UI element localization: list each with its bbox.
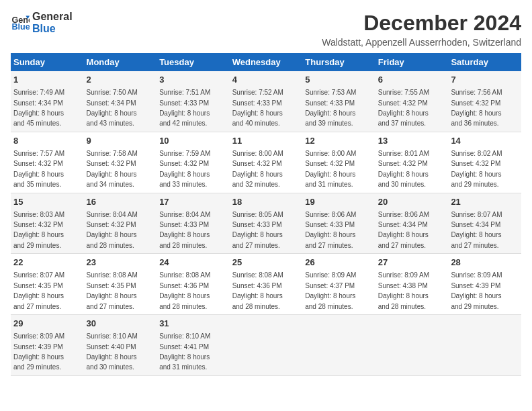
calendar-table: SundayMondayTuesdayWednesdayThursdayFrid…: [11, 53, 521, 376]
calendar-cell: 20Sunrise: 8:06 AMSunset: 4:34 PMDayligh…: [375, 193, 449, 254]
calendar-cell: 30Sunrise: 8:10 AMSunset: 4:40 PMDayligh…: [84, 315, 157, 376]
day-number: 6: [378, 74, 446, 86]
sunset-info: Sunset: 4:32 PM: [87, 160, 136, 167]
week-row-3: 15Sunrise: 8:03 AMSunset: 4:32 PMDayligh…: [11, 193, 521, 254]
calendar-cell: 2Sunrise: 7:50 AMSunset: 4:34 PMDaylight…: [84, 71, 157, 132]
day-number: 14: [451, 135, 519, 147]
calendar-cell: 27Sunrise: 8:09 AMSunset: 4:38 PMDayligh…: [375, 254, 449, 315]
calendar-cell: 15Sunrise: 8:03 AMSunset: 4:32 PMDayligh…: [11, 193, 84, 254]
header-thursday: Thursday: [302, 53, 375, 71]
sunrise-info: Sunrise: 8:07 AM: [451, 211, 502, 218]
calendar-cell: 11Sunrise: 8:00 AMSunset: 4:32 PMDayligh…: [230, 132, 303, 193]
header: General Blue General Blue December 2024 …: [11, 11, 521, 48]
sunrise-info: Sunrise: 8:08 AM: [232, 271, 283, 279]
header-monday: Monday: [84, 53, 157, 71]
sunset-info: Sunset: 4:33 PM: [305, 221, 355, 228]
calendar-cell: 12Sunrise: 8:00 AMSunset: 4:32 PMDayligh…: [302, 132, 375, 193]
sunrise-info: Sunrise: 8:00 AM: [232, 150, 283, 157]
daylight-info: Daylight: 8 hoursand 28 minutes.: [232, 292, 283, 310]
sunrise-info: Sunrise: 8:01 AM: [378, 150, 429, 157]
sunset-info: Sunset: 4:41 PM: [159, 343, 209, 351]
sunrise-info: Sunrise: 8:03 AM: [13, 211, 64, 218]
sunrise-info: Sunrise: 7:59 AM: [159, 150, 210, 157]
day-number: 18: [232, 196, 300, 208]
calendar-cell: 17Sunrise: 8:04 AMSunset: 4:33 PMDayligh…: [157, 193, 230, 254]
daylight-info: Daylight: 8 hoursand 42 minutes.: [159, 109, 210, 127]
day-number: 20: [378, 196, 446, 208]
logo: General Blue General Blue: [11, 11, 73, 34]
calendar-cell: 29Sunrise: 8:09 AMSunset: 4:39 PMDayligh…: [11, 315, 84, 376]
daylight-info: Daylight: 8 hoursand 31 minutes.: [159, 353, 210, 371]
sunrise-info: Sunrise: 8:04 AM: [87, 211, 138, 218]
sunset-info: Sunset: 4:33 PM: [305, 99, 355, 107]
header-tuesday: Tuesday: [157, 53, 230, 71]
sunset-info: Sunset: 4:34 PM: [451, 221, 500, 228]
daylight-info: Daylight: 8 hoursand 43 minutes.: [87, 109, 137, 127]
week-row-5: 29Sunrise: 8:09 AMSunset: 4:39 PMDayligh…: [11, 315, 521, 376]
sunset-info: Sunset: 4:32 PM: [87, 221, 136, 228]
day-number: 26: [305, 257, 373, 269]
week-row-2: 8Sunrise: 7:57 AMSunset: 4:32 PMDaylight…: [11, 132, 521, 193]
calendar-cell: [448, 315, 521, 376]
header-sunday: Sunday: [11, 53, 84, 71]
sunset-info: Sunset: 4:36 PM: [159, 282, 209, 289]
sunset-info: Sunset: 4:38 PM: [378, 282, 428, 289]
calendar-cell: 16Sunrise: 8:04 AMSunset: 4:32 PMDayligh…: [84, 193, 157, 254]
day-number: 11: [232, 135, 300, 147]
day-number: 12: [305, 135, 373, 147]
sunset-info: Sunset: 4:33 PM: [159, 99, 209, 107]
daylight-info: Daylight: 8 hoursand 30 minutes.: [378, 171, 429, 188]
daylight-info: Daylight: 8 hoursand 29 minutes.: [451, 171, 501, 188]
header-friday: Friday: [375, 53, 449, 71]
calendar-cell: 4Sunrise: 7:52 AMSunset: 4:33 PMDaylight…: [230, 71, 303, 132]
daylight-info: Daylight: 8 hoursand 40 minutes.: [232, 109, 283, 127]
logo-icon: General Blue: [11, 13, 30, 32]
sunrise-info: Sunrise: 7:52 AM: [232, 89, 283, 96]
calendar-cell: 13Sunrise: 8:01 AMSunset: 4:32 PMDayligh…: [375, 132, 449, 193]
day-number: 13: [378, 135, 446, 147]
sunrise-info: Sunrise: 8:10 AM: [87, 332, 138, 340]
calendar-cell: 1Sunrise: 7:49 AMSunset: 4:34 PMDaylight…: [11, 71, 84, 132]
logo-blue: Blue: [32, 23, 73, 35]
week-row-1: 1Sunrise: 7:49 AMSunset: 4:34 PMDaylight…: [11, 71, 521, 132]
calendar-cell: 5Sunrise: 7:53 AMSunset: 4:33 PMDaylight…: [302, 71, 375, 132]
sunrise-info: Sunrise: 7:58 AM: [87, 150, 138, 157]
day-number: 15: [13, 196, 81, 208]
day-number: 22: [13, 257, 81, 269]
sunset-info: Sunset: 4:33 PM: [159, 221, 209, 228]
week-row-4: 22Sunrise: 8:07 AMSunset: 4:35 PMDayligh…: [11, 254, 521, 315]
sunset-info: Sunset: 4:32 PM: [378, 99, 428, 107]
daylight-info: Daylight: 8 hoursand 37 minutes.: [378, 109, 429, 127]
calendar-cell: 26Sunrise: 8:09 AMSunset: 4:37 PMDayligh…: [302, 254, 375, 315]
calendar-cell: 19Sunrise: 8:06 AMSunset: 4:33 PMDayligh…: [302, 193, 375, 254]
sunrise-info: Sunrise: 8:00 AM: [305, 150, 356, 157]
calendar-cell: [230, 315, 303, 376]
sunrise-info: Sunrise: 8:06 AM: [378, 211, 429, 218]
calendar-cell: 21Sunrise: 8:07 AMSunset: 4:34 PMDayligh…: [448, 193, 521, 254]
daylight-info: Daylight: 8 hoursand 28 minutes.: [159, 231, 210, 248]
svg-text:Blue: Blue: [11, 21, 30, 31]
day-number: 16: [87, 196, 154, 208]
day-number: 31: [159, 318, 227, 330]
sunrise-info: Sunrise: 8:05 AM: [232, 211, 283, 218]
daylight-info: Daylight: 8 hoursand 28 minutes.: [87, 231, 137, 248]
day-number: 23: [87, 257, 154, 269]
daylight-info: Daylight: 8 hoursand 32 minutes.: [232, 171, 283, 188]
day-number: 5: [305, 74, 373, 86]
sunrise-info: Sunrise: 8:09 AM: [451, 271, 502, 279]
sunrise-info: Sunrise: 7:56 AM: [451, 89, 502, 96]
daylight-info: Daylight: 8 hoursand 36 minutes.: [451, 109, 501, 127]
sunset-info: Sunset: 4:32 PM: [13, 160, 63, 167]
header-wednesday: Wednesday: [230, 53, 303, 71]
sunrise-info: Sunrise: 7:57 AM: [13, 150, 64, 157]
sunset-info: Sunset: 4:32 PM: [451, 160, 500, 167]
logo-general: General: [32, 11, 73, 23]
daylight-info: Daylight: 8 hoursand 30 minutes.: [87, 353, 137, 371]
calendar-cell: 9Sunrise: 7:58 AMSunset: 4:32 PMDaylight…: [84, 132, 157, 193]
calendar-cell: 23Sunrise: 8:08 AMSunset: 4:35 PMDayligh…: [84, 254, 157, 315]
sunset-info: Sunset: 4:32 PM: [378, 160, 428, 167]
day-number: 30: [87, 318, 154, 330]
sunset-info: Sunset: 4:34 PM: [87, 99, 136, 107]
daylight-info: Daylight: 8 hoursand 39 minutes.: [305, 109, 355, 127]
daylight-info: Daylight: 8 hoursand 29 minutes.: [13, 353, 64, 371]
